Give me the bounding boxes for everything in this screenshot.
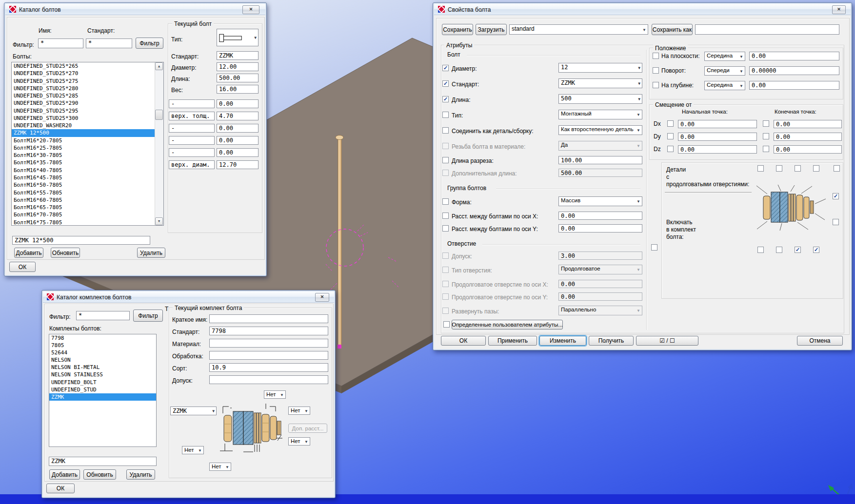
- attribute-input[interactable]: 0.00: [558, 212, 642, 220]
- misc-value-input[interactable]: 12.70: [217, 160, 258, 169]
- list-item[interactable]: UNDEFINED_STUD25*290: [12, 99, 155, 107]
- ok-button[interactable]: ОК: [46, 484, 75, 493]
- list-item[interactable]: БолтМ16*60-7805: [12, 196, 155, 204]
- apply-button[interactable]: Применить: [488, 336, 537, 346]
- offset-start-input[interactable]: 0.00: [678, 145, 757, 154]
- bolt-type-combo[interactable]: ▼: [217, 29, 258, 46]
- offset-end-checkbox[interactable]: [763, 146, 769, 152]
- misc-label-input[interactable]: -: [169, 124, 215, 133]
- attribute-checkbox[interactable]: [442, 127, 449, 134]
- filter-input[interactable]: *: [76, 311, 130, 320]
- list-item[interactable]: БолтМ16*30-7805: [12, 152, 155, 159]
- assembly-standard-combo[interactable]: ZZMK▼: [170, 407, 217, 415]
- attribute-checkbox[interactable]: [442, 80, 449, 87]
- attribute-checkbox[interactable]: [442, 65, 449, 71]
- attribute-combo[interactable]: Как второстепенную деталь▼: [558, 125, 642, 135]
- washer-bottom-left-combo[interactable]: Нет▼: [182, 446, 204, 454]
- offset-end-input[interactable]: 0.00: [774, 120, 842, 128]
- field-value-input[interactable]: ZZMK: [217, 51, 258, 60]
- misc-value-input[interactable]: 0.00: [217, 124, 258, 133]
- position-combo[interactable]: Середина▼: [704, 52, 745, 61]
- close-icon[interactable]: ✕: [242, 5, 259, 14]
- titlebar-bolt-assembly-catalog[interactable]: Каталог комплектов болтов ✕: [43, 291, 334, 303]
- offset-start-checkbox[interactable]: [667, 133, 674, 139]
- save-button[interactable]: Сохранить: [442, 24, 473, 35]
- offset-end-checkbox[interactable]: [763, 133, 769, 139]
- filter-button[interactable]: Фильтр: [133, 310, 163, 322]
- list-item[interactable]: UNDEFINED_STUD25*270: [12, 70, 155, 77]
- field-value-input[interactable]: 10.9: [209, 363, 328, 372]
- attribute-checkbox[interactable]: [442, 96, 449, 102]
- scroll-thumb[interactable]: [155, 110, 163, 120]
- delete-button[interactable]: Удалить: [126, 469, 155, 480]
- cancel-button[interactable]: Отмена: [797, 336, 843, 346]
- offset-start-input[interactable]: 0.00: [678, 120, 757, 128]
- list-item[interactable]: ZZMK 12*500: [12, 129, 155, 136]
- current-assembly-name-input[interactable]: ZZMK: [49, 457, 157, 466]
- attribute-combo[interactable]: 12▼: [558, 63, 642, 73]
- misc-label-input[interactable]: верх. толщ.: [169, 112, 215, 120]
- list-item[interactable]: БолтМ16*65-7805: [12, 204, 155, 211]
- user-defined-attributes-button[interactable]: Определенные пользователем атрибуты...: [452, 320, 563, 330]
- offset-start-checkbox[interactable]: [667, 120, 674, 127]
- attribute-input[interactable]: 0.00: [558, 224, 642, 233]
- list-item[interactable]: БолтМ16*35-7805: [12, 159, 155, 166]
- field-value-input[interactable]: 16.00: [217, 85, 258, 94]
- list-item[interactable]: БолтМ16*50-7805: [12, 181, 155, 189]
- add-button[interactable]: Добавить: [14, 248, 43, 258]
- modify-button[interactable]: Изменить: [539, 336, 586, 346]
- attribute-checkbox[interactable]: [442, 225, 449, 232]
- field-value-input[interactable]: 500.00: [217, 74, 258, 82]
- list-item[interactable]: UNDEFINED_STUD25*280: [12, 85, 155, 92]
- scroll-down-icon[interactable]: ▼: [155, 217, 163, 225]
- list-item[interactable]: 52644: [49, 349, 156, 356]
- uda-checkbox[interactable]: [443, 321, 450, 328]
- list-item[interactable]: UNDEFINED_WASHER20: [12, 122, 155, 129]
- slotted-part-checkbox[interactable]: [834, 165, 840, 172]
- list-item[interactable]: UNDEFINED_BOLT: [49, 379, 156, 386]
- add-button[interactable]: Добавить: [49, 469, 80, 480]
- field-value-input[interactable]: 7798: [209, 327, 328, 335]
- bolt-end-handle[interactable]: [338, 345, 341, 349]
- include-part-checkbox[interactable]: [813, 247, 819, 253]
- attribute-checkbox[interactable]: [442, 198, 449, 205]
- field-value-input[interactable]: [209, 314, 328, 323]
- attribute-combo[interactable]: ZZMK▼: [558, 78, 642, 88]
- misc-value-input[interactable]: 0.00: [217, 99, 258, 108]
- attribute-combo[interactable]: Массив▼: [558, 196, 642, 206]
- list-item[interactable]: UNDEFINED_STUD25*285: [12, 92, 155, 99]
- list-item[interactable]: 7798: [49, 334, 156, 342]
- field-value-input[interactable]: 12.00: [217, 62, 258, 71]
- offset-start-checkbox[interactable]: [667, 146, 674, 152]
- list-item[interactable]: БолтМ16*20-7805: [12, 137, 155, 144]
- position-combo[interactable]: Спереди▼: [704, 66, 745, 76]
- offset-start-input[interactable]: 0.00: [678, 133, 757, 141]
- assemblies-listbox[interactable]: 7798780552644NELSONNELSON BI-METALNELSON…: [49, 334, 157, 447]
- offset-end-input[interactable]: 0.00: [774, 133, 842, 141]
- list-item[interactable]: 7805: [49, 342, 156, 349]
- field-value-input[interactable]: [209, 351, 328, 360]
- misc-label-input[interactable]: -: [169, 136, 215, 145]
- slotted-right-checkbox[interactable]: [833, 193, 839, 199]
- ok-button[interactable]: ОК: [441, 336, 486, 346]
- include-right-checkbox[interactable]: [833, 219, 839, 225]
- panel-corner-checkbox[interactable]: [651, 244, 657, 251]
- field-value-input[interactable]: [209, 375, 328, 384]
- nut-right2-combo[interactable]: Нет▼: [288, 437, 310, 446]
- update-button[interactable]: Обновить: [51, 248, 80, 258]
- filter-standard-input[interactable]: *: [86, 39, 132, 48]
- list-item[interactable]: БолтМ16*75-7805: [12, 219, 155, 226]
- scrollbar[interactable]: ▲ ▼: [155, 62, 163, 225]
- attribute-checkbox[interactable]: [442, 157, 449, 163]
- close-icon[interactable]: ✕: [315, 293, 329, 302]
- nut-right-combo[interactable]: Нет▼: [288, 407, 310, 415]
- save-as-input[interactable]: [695, 24, 839, 35]
- position-checkbox[interactable]: [653, 53, 659, 59]
- list-item[interactable]: БолтМ16*25-7805: [12, 144, 155, 152]
- list-item[interactable]: UNDEFINED_STUD: [49, 386, 156, 393]
- toggle-checkboxes-button[interactable]: ☑ / ☐: [636, 336, 698, 346]
- close-icon[interactable]: ✕: [832, 5, 846, 14]
- list-item[interactable]: ZZMK: [49, 393, 156, 401]
- slotted-part-checkbox[interactable]: [776, 165, 782, 172]
- include-part-checkbox[interactable]: [776, 247, 782, 253]
